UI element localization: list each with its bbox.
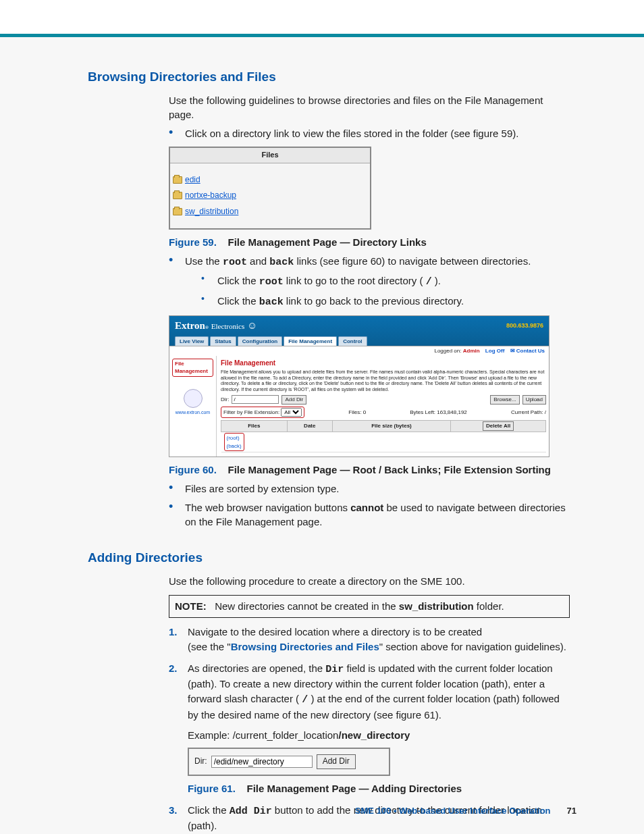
- sub-back: Click the back link to go back to the pr…: [201, 294, 570, 310]
- th-delete-all: Delete All: [451, 420, 546, 432]
- figure-61-screenshot: Dir: Add Dir: [188, 748, 390, 775]
- figure-60-screenshot: 800.633.9876 Extron® Electronics ☺ Live …: [169, 315, 549, 457]
- upload-button[interactable]: Upload: [522, 395, 546, 405]
- side-url[interactable]: www.extron.com: [172, 409, 213, 416]
- logoff-link[interactable]: Log Off: [485, 348, 504, 354]
- page-top-band: [0, 0, 644, 37]
- page-content: Browsing Directories and Files Use the f…: [0, 68, 644, 833]
- fig59-row-0[interactable]: edid: [173, 174, 370, 186]
- add-dir-button[interactable]: Add Dir: [281, 395, 306, 405]
- fig61-dir-label: Dir:: [194, 756, 207, 767]
- fig59-link-0[interactable]: edid: [185, 174, 200, 186]
- figure-60-caption: Figure 60. File Management Page — Root /…: [169, 463, 570, 477]
- dir-input[interactable]: [232, 395, 279, 404]
- side-file-mgmt[interactable]: File Management: [172, 359, 213, 377]
- th-size: File size (bytes): [332, 420, 450, 432]
- figure-59-screenshot: Files edid nortxe-backup sw_distribution: [169, 147, 371, 230]
- folder-icon: [173, 192, 182, 199]
- fm-table: Files Date File size (bytes) Delete All …: [221, 420, 546, 452]
- bytes-left: Bytes Left: 163,848,192: [410, 409, 467, 417]
- fig59-link-2[interactable]: sw_distribution: [185, 206, 238, 217]
- files-count: Files: 0: [348, 409, 366, 417]
- filter-select[interactable]: All: [281, 408, 302, 417]
- fm-description: File Management allows you to upload and…: [221, 369, 546, 392]
- contact-link[interactable]: ✉ Contact Us: [510, 348, 545, 354]
- th-date: Date: [287, 420, 332, 432]
- fig59-row-2[interactable]: sw_distribution: [173, 206, 370, 217]
- phone-number: 800.633.9876: [506, 321, 543, 330]
- figure-59-caption: Figure 59. File Management Page — Direct…: [169, 235, 570, 250]
- page-footer: SME 100 • Web-based User Interface Opera…: [0, 805, 644, 818]
- browse-button[interactable]: Browse...: [490, 395, 519, 405]
- section2-intro: Use the following procedure to create a …: [169, 574, 570, 589]
- fig60-sidebar: File Management www.extron.com: [169, 356, 217, 457]
- tab-status[interactable]: Status: [210, 336, 236, 346]
- fig60-header: 800.633.9876 Extron® Electronics ☺ Live …: [169, 316, 549, 346]
- fig60-subheader: Logged on: Admin Log Off ✉ Contact Us: [169, 346, 549, 356]
- sub-root: Click the root link to go to the root di…: [201, 273, 570, 290]
- tab-file-management[interactable]: File Management: [284, 336, 337, 346]
- fig59-row-1[interactable]: nortxe-backup: [173, 190, 370, 201]
- folder-icon: [173, 176, 182, 184]
- current-path: Current Path: /: [511, 409, 546, 417]
- step-2: 2. As directories are opened, the Dir fi…: [169, 661, 570, 796]
- step-1: 1. Navigate to the desired location wher…: [169, 625, 570, 654]
- tab-control[interactable]: Control: [338, 336, 367, 346]
- fig59-link-1[interactable]: nortxe-backup: [185, 190, 236, 201]
- filter-box: Filter by File Extension: All: [221, 407, 304, 418]
- section2-heading: Adding Directories: [88, 548, 583, 567]
- bullet-click-dir: Click on a directory link to view the fi…: [169, 126, 570, 141]
- bullet-sorted: Files are sorted by extension type.: [169, 481, 570, 496]
- root-back-box: (root) (back): [224, 433, 244, 451]
- folder-icon: [173, 208, 182, 215]
- delete-all-button[interactable]: Delete All: [483, 421, 514, 431]
- tab-live-view[interactable]: Live View: [175, 336, 209, 346]
- fm-title: File Management: [221, 359, 546, 369]
- root-link[interactable]: (root): [227, 435, 240, 441]
- bullet-root-back: Use the root and back links (see figure …: [169, 254, 570, 310]
- fig59-header: Files: [170, 148, 370, 163]
- dir-label: Dir:: [221, 396, 229, 404]
- brand-extron: Extron® Electronics ☺: [175, 320, 257, 331]
- bullet-nav-buttons: The web browser navigation buttons canno…: [169, 500, 570, 530]
- section1-intro: Use the following guidelines to browse d…: [169, 93, 570, 123]
- tab-bar: Live View Status Configuration File Mana…: [175, 336, 543, 346]
- section1-heading: Browsing Directories and Files: [88, 68, 583, 86]
- fig61-dir-input[interactable]: [211, 756, 313, 768]
- note-box: NOTE: New directories cannot be created …: [169, 595, 570, 618]
- side-logo-icon: [184, 389, 203, 408]
- fig61-add-dir-button[interactable]: Add Dir: [317, 754, 356, 768]
- xref-browsing[interactable]: Browsing Directories and Files: [231, 641, 379, 652]
- th-files: Files: [221, 420, 288, 432]
- figure-61-caption: Figure 61. File Management Page — Adding…: [188, 781, 570, 796]
- tab-configuration[interactable]: Configuration: [238, 336, 282, 346]
- back-link[interactable]: (back): [227, 443, 242, 449]
